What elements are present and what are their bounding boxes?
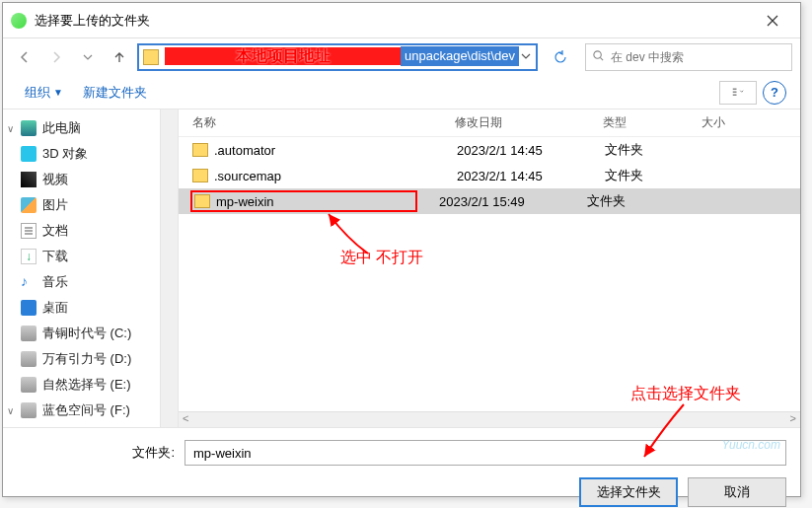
file-name: mp-weixin [216,194,413,209]
back-arrow-icon [18,50,32,64]
help-button[interactable]: ? [763,81,786,105]
address-path-text: unpackage\dist\dev [401,46,519,66]
file-type: 文件夹 [587,192,686,210]
file-date: 2023/2/1 14:45 [457,169,605,183]
file-area: 名称 修改日期 类型 大小 .automator 2023/2/1 14:45 … [161,109,800,427]
expand-icon[interactable]: ∨ [7,123,14,134]
sidebar-item-label: 3D 对象 [42,145,88,163]
folder-icon [194,194,210,208]
watermark: Yuucn.com [721,438,780,452]
chevron-down-icon: ▼ [53,87,63,98]
header-type[interactable]: 类型 [603,114,701,131]
sidebar-item-drive-f[interactable]: ∨蓝色空间号 (F:) [3,398,160,423]
cancel-button[interactable]: 取消 [688,477,786,507]
expand-icon[interactable]: ∨ [7,405,14,416]
sidebar-item-label: 此电脑 [42,119,81,137]
sidebar-item-documents[interactable]: 文档 [3,218,160,244]
file-date: 2023/2/1 15:49 [439,194,587,209]
svg-rect-3 [733,94,737,96]
pictures-icon [21,197,37,213]
sidebar-item-label: 文档 [42,222,68,240]
sidebar-item-label: 青铜时代号 (C:) [42,325,131,342]
file-type: 文件夹 [605,167,703,184]
file-list[interactable]: 名称 修改日期 类型 大小 .automator 2023/2/1 14:45 … [179,109,800,427]
file-name: .automator [214,143,457,158]
forward-arrow-icon [49,50,63,64]
toolbar: 组织 ▼ 新建文件夹 ? [3,76,800,109]
scroll-gutter[interactable] [161,109,179,427]
file-row[interactable]: .automator 2023/2/1 14:45 文件夹 [179,137,800,163]
app-icon [11,13,27,29]
sidebar-item-3d[interactable]: 3D 对象 [3,141,160,167]
sidebar-item-label: 图片 [42,196,68,214]
sidebar[interactable]: ∨此电脑 3D 对象 视频 图片 文档 下载 ♪音乐 桌面 青铜时代号 (C:)… [3,109,161,427]
video-icon [21,172,37,187]
sidebar-item-drive-e[interactable]: 自然选择号 (E:) [3,372,160,398]
new-folder-button[interactable]: 新建文件夹 [75,80,155,106]
svg-rect-2 [733,91,737,93]
folder-name-input[interactable] [185,440,786,466]
folder-name-row: 文件夹: [17,440,786,466]
desktop-icon [21,300,37,316]
sidebar-item-downloads[interactable]: 下载 [3,244,160,269]
view-options-button[interactable] [719,81,757,105]
sidebar-item-drive-c[interactable]: 青铜时代号 (C:) [3,321,160,346]
file-type: 文件夹 [605,141,703,159]
sidebar-item-label: 自然选择号 (E:) [42,376,131,394]
refresh-button[interactable] [546,43,575,71]
recent-dropdown[interactable] [74,43,102,71]
pc-icon [21,120,37,136]
sidebar-item-label: 音乐 [42,273,68,291]
folder-icon [192,169,208,182]
chevron-down-icon [520,50,532,62]
view-icon [730,87,746,99]
chevron-down-icon [81,50,95,64]
header-size[interactable]: 大小 [701,114,761,131]
header-date[interactable]: 修改日期 [455,114,603,131]
sidebar-item-pictures[interactable]: 图片 [3,192,160,218]
up-button[interactable] [106,43,133,71]
organize-menu[interactable]: 组织 ▼ [17,80,71,106]
column-headers: 名称 修改日期 类型 大小 [179,109,800,137]
sidebar-item-label: 下载 [42,248,68,265]
search-input[interactable] [611,50,785,64]
footer: 文件夹: 选择文件夹 取消 [3,427,800,508]
close-button[interactable] [753,7,792,35]
button-row: 选择文件夹 取消 [17,477,786,507]
drive-icon [21,351,37,367]
header-name[interactable]: 名称 [179,114,455,131]
sidebar-item-label: 万有引力号 (D:) [42,350,131,368]
sidebar-item-music[interactable]: ♪音乐 [3,269,160,295]
organize-label: 组织 [25,84,50,102]
drive-icon [21,377,37,393]
sidebar-item-drive-d[interactable]: 万有引力号 (D:) [3,346,160,372]
folder-label: 文件夹: [17,444,185,462]
forward-button[interactable] [42,43,70,71]
sidebar-item-this-pc[interactable]: ∨此电脑 [3,115,160,141]
folder-icon [192,143,208,157]
file-date: 2023/2/1 14:45 [457,143,605,158]
sidebar-item-label: 桌面 [42,299,68,317]
address-redacted-overlay [165,47,402,65]
sidebar-item-videos[interactable]: 视频 [3,167,160,192]
documents-icon [21,223,37,239]
search-box[interactable] [585,43,792,71]
body-area: ∨此电脑 3D 对象 视频 图片 文档 下载 ♪音乐 桌面 青铜时代号 (C:)… [3,109,800,427]
back-button[interactable] [11,43,38,71]
file-row-selected[interactable]: mp-weixin 2023/2/1 15:49 文件夹 [179,188,800,214]
drive-icon [21,326,37,341]
refresh-icon [554,50,567,64]
horizontal-scrollbar[interactable] [179,411,800,427]
sidebar-item-desktop[interactable]: 桌面 [3,295,160,321]
new-folder-label: 新建文件夹 [83,84,147,102]
music-icon: ♪ [21,274,37,290]
folder-icon [143,49,159,65]
folder-picker-dialog: 选择要上传的文件夹 本地项目地址 unpackage\dist\dev [2,2,801,497]
svg-point-0 [594,51,601,58]
titlebar: 选择要上传的文件夹 [3,3,800,38]
select-folder-button[interactable]: 选择文件夹 [579,477,678,507]
help-icon: ? [771,85,778,100]
file-row[interactable]: .sourcemap 2023/2/1 14:45 文件夹 [179,163,800,188]
sidebar-item-label: 视频 [42,171,68,188]
address-bar[interactable]: 本地项目地址 unpackage\dist\dev [137,43,538,71]
